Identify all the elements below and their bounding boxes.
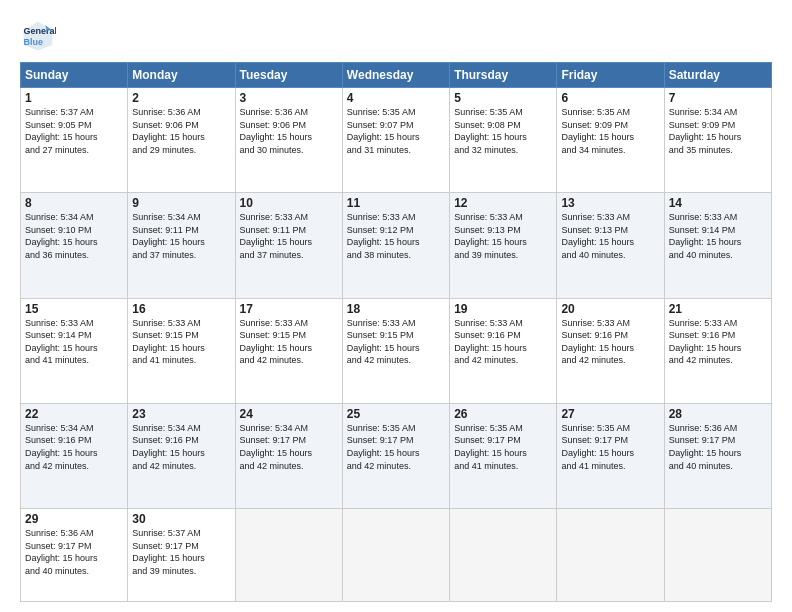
calendar-cell: 27Sunrise: 5:35 AM Sunset: 9:17 PM Dayli…: [557, 403, 664, 508]
day-info: Sunrise: 5:35 AM Sunset: 9:17 PM Dayligh…: [347, 422, 445, 472]
day-info: Sunrise: 5:34 AM Sunset: 9:10 PM Dayligh…: [25, 211, 123, 261]
calendar-cell: 8Sunrise: 5:34 AM Sunset: 9:10 PM Daylig…: [21, 193, 128, 298]
day-info: Sunrise: 5:34 AM Sunset: 9:17 PM Dayligh…: [240, 422, 338, 472]
calendar-cell: 9Sunrise: 5:34 AM Sunset: 9:11 PM Daylig…: [128, 193, 235, 298]
day-number: 17: [240, 302, 338, 316]
day-info: Sunrise: 5:33 AM Sunset: 9:15 PM Dayligh…: [347, 317, 445, 367]
calendar-cell: 13Sunrise: 5:33 AM Sunset: 9:13 PM Dayli…: [557, 193, 664, 298]
calendar-cell: 10Sunrise: 5:33 AM Sunset: 9:11 PM Dayli…: [235, 193, 342, 298]
day-info: Sunrise: 5:35 AM Sunset: 9:17 PM Dayligh…: [454, 422, 552, 472]
weekday-header-wednesday: Wednesday: [342, 63, 449, 88]
calendar-cell: 19Sunrise: 5:33 AM Sunset: 9:16 PM Dayli…: [450, 298, 557, 403]
day-number: 19: [454, 302, 552, 316]
day-info: Sunrise: 5:33 AM Sunset: 9:15 PM Dayligh…: [132, 317, 230, 367]
calendar-cell: 20Sunrise: 5:33 AM Sunset: 9:16 PM Dayli…: [557, 298, 664, 403]
day-info: Sunrise: 5:35 AM Sunset: 9:09 PM Dayligh…: [561, 106, 659, 156]
day-info: Sunrise: 5:33 AM Sunset: 9:15 PM Dayligh…: [240, 317, 338, 367]
day-info: Sunrise: 5:35 AM Sunset: 9:08 PM Dayligh…: [454, 106, 552, 156]
calendar-cell: 3Sunrise: 5:36 AM Sunset: 9:06 PM Daylig…: [235, 88, 342, 193]
calendar-cell: 29Sunrise: 5:36 AM Sunset: 9:17 PM Dayli…: [21, 509, 128, 602]
logo-icon: General Blue: [20, 18, 56, 54]
calendar-cell: 28Sunrise: 5:36 AM Sunset: 9:17 PM Dayli…: [664, 403, 771, 508]
day-number: 26: [454, 407, 552, 421]
svg-text:General: General: [24, 26, 56, 36]
calendar-cell: 4Sunrise: 5:35 AM Sunset: 9:07 PM Daylig…: [342, 88, 449, 193]
calendar-week-row: 22Sunrise: 5:34 AM Sunset: 9:16 PM Dayli…: [21, 403, 772, 508]
day-number: 14: [669, 196, 767, 210]
calendar-header-row: SundayMondayTuesdayWednesdayThursdayFrid…: [21, 63, 772, 88]
weekday-header-monday: Monday: [128, 63, 235, 88]
calendar-cell: 2Sunrise: 5:36 AM Sunset: 9:06 PM Daylig…: [128, 88, 235, 193]
calendar-table: SundayMondayTuesdayWednesdayThursdayFrid…: [20, 62, 772, 602]
calendar-cell: 25Sunrise: 5:35 AM Sunset: 9:17 PM Dayli…: [342, 403, 449, 508]
calendar-cell: 7Sunrise: 5:34 AM Sunset: 9:09 PM Daylig…: [664, 88, 771, 193]
logo: General Blue: [20, 18, 60, 54]
calendar-cell: 15Sunrise: 5:33 AM Sunset: 9:14 PM Dayli…: [21, 298, 128, 403]
calendar-cell: 24Sunrise: 5:34 AM Sunset: 9:17 PM Dayli…: [235, 403, 342, 508]
day-info: Sunrise: 5:33 AM Sunset: 9:13 PM Dayligh…: [454, 211, 552, 261]
calendar-cell: [450, 509, 557, 602]
day-number: 21: [669, 302, 767, 316]
day-number: 23: [132, 407, 230, 421]
day-info: Sunrise: 5:34 AM Sunset: 9:16 PM Dayligh…: [132, 422, 230, 472]
day-number: 20: [561, 302, 659, 316]
day-info: Sunrise: 5:37 AM Sunset: 9:17 PM Dayligh…: [132, 527, 230, 577]
day-number: 22: [25, 407, 123, 421]
day-info: Sunrise: 5:33 AM Sunset: 9:14 PM Dayligh…: [669, 211, 767, 261]
day-info: Sunrise: 5:34 AM Sunset: 9:16 PM Dayligh…: [25, 422, 123, 472]
calendar-cell: 22Sunrise: 5:34 AM Sunset: 9:16 PM Dayli…: [21, 403, 128, 508]
calendar-cell: 11Sunrise: 5:33 AM Sunset: 9:12 PM Dayli…: [342, 193, 449, 298]
day-number: 12: [454, 196, 552, 210]
calendar-cell: 30Sunrise: 5:37 AM Sunset: 9:17 PM Dayli…: [128, 509, 235, 602]
calendar-week-row: 1Sunrise: 5:37 AM Sunset: 9:05 PM Daylig…: [21, 88, 772, 193]
day-number: 10: [240, 196, 338, 210]
calendar-week-row: 8Sunrise: 5:34 AM Sunset: 9:10 PM Daylig…: [21, 193, 772, 298]
day-info: Sunrise: 5:33 AM Sunset: 9:16 PM Dayligh…: [454, 317, 552, 367]
calendar-cell: 1Sunrise: 5:37 AM Sunset: 9:05 PM Daylig…: [21, 88, 128, 193]
day-number: 11: [347, 196, 445, 210]
calendar-cell: [235, 509, 342, 602]
day-number: 27: [561, 407, 659, 421]
header: General Blue: [20, 18, 772, 54]
day-info: Sunrise: 5:33 AM Sunset: 9:14 PM Dayligh…: [25, 317, 123, 367]
calendar-cell: 14Sunrise: 5:33 AM Sunset: 9:14 PM Dayli…: [664, 193, 771, 298]
day-info: Sunrise: 5:36 AM Sunset: 9:06 PM Dayligh…: [132, 106, 230, 156]
day-number: 24: [240, 407, 338, 421]
day-number: 30: [132, 512, 230, 526]
calendar-week-row: 29Sunrise: 5:36 AM Sunset: 9:17 PM Dayli…: [21, 509, 772, 602]
day-number: 2: [132, 91, 230, 105]
day-number: 1: [25, 91, 123, 105]
day-number: 7: [669, 91, 767, 105]
day-number: 4: [347, 91, 445, 105]
weekday-header-saturday: Saturday: [664, 63, 771, 88]
weekday-header-sunday: Sunday: [21, 63, 128, 88]
calendar-cell: 12Sunrise: 5:33 AM Sunset: 9:13 PM Dayli…: [450, 193, 557, 298]
day-info: Sunrise: 5:33 AM Sunset: 9:13 PM Dayligh…: [561, 211, 659, 261]
calendar-cell: 17Sunrise: 5:33 AM Sunset: 9:15 PM Dayli…: [235, 298, 342, 403]
calendar-cell: 16Sunrise: 5:33 AM Sunset: 9:15 PM Dayli…: [128, 298, 235, 403]
day-info: Sunrise: 5:35 AM Sunset: 9:17 PM Dayligh…: [561, 422, 659, 472]
calendar-cell: 23Sunrise: 5:34 AM Sunset: 9:16 PM Dayli…: [128, 403, 235, 508]
day-info: Sunrise: 5:37 AM Sunset: 9:05 PM Dayligh…: [25, 106, 123, 156]
weekday-header-thursday: Thursday: [450, 63, 557, 88]
day-number: 15: [25, 302, 123, 316]
calendar-cell: 21Sunrise: 5:33 AM Sunset: 9:16 PM Dayli…: [664, 298, 771, 403]
calendar-week-row: 15Sunrise: 5:33 AM Sunset: 9:14 PM Dayli…: [21, 298, 772, 403]
day-info: Sunrise: 5:33 AM Sunset: 9:16 PM Dayligh…: [669, 317, 767, 367]
day-info: Sunrise: 5:34 AM Sunset: 9:09 PM Dayligh…: [669, 106, 767, 156]
day-info: Sunrise: 5:34 AM Sunset: 9:11 PM Dayligh…: [132, 211, 230, 261]
day-number: 13: [561, 196, 659, 210]
day-info: Sunrise: 5:35 AM Sunset: 9:07 PM Dayligh…: [347, 106, 445, 156]
day-info: Sunrise: 5:33 AM Sunset: 9:12 PM Dayligh…: [347, 211, 445, 261]
day-number: 29: [25, 512, 123, 526]
calendar-cell: [342, 509, 449, 602]
day-number: 16: [132, 302, 230, 316]
calendar-cell: 26Sunrise: 5:35 AM Sunset: 9:17 PM Dayli…: [450, 403, 557, 508]
day-number: 25: [347, 407, 445, 421]
day-number: 5: [454, 91, 552, 105]
day-info: Sunrise: 5:36 AM Sunset: 9:17 PM Dayligh…: [25, 527, 123, 577]
calendar-cell: 5Sunrise: 5:35 AM Sunset: 9:08 PM Daylig…: [450, 88, 557, 193]
day-info: Sunrise: 5:36 AM Sunset: 9:06 PM Dayligh…: [240, 106, 338, 156]
day-info: Sunrise: 5:36 AM Sunset: 9:17 PM Dayligh…: [669, 422, 767, 472]
day-number: 3: [240, 91, 338, 105]
